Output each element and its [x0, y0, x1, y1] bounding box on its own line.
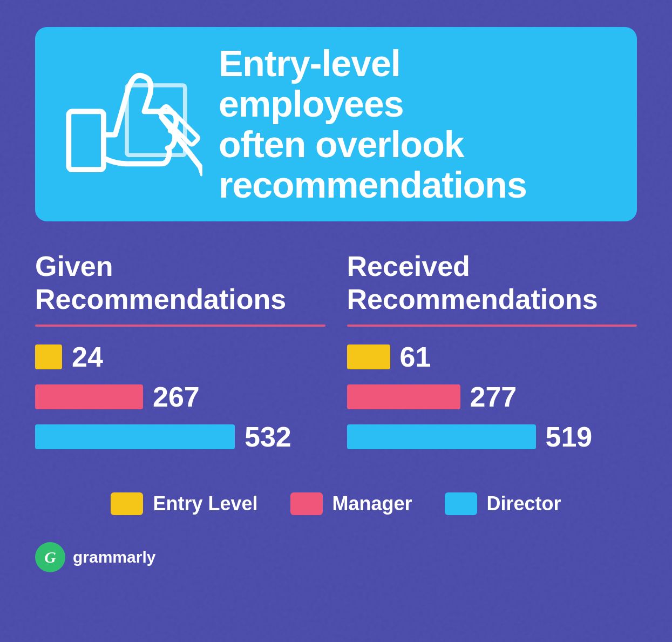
- received-entry-level-value: 61: [400, 343, 431, 371]
- received-manager-value: 277: [470, 383, 517, 411]
- legend-director-swatch: [445, 492, 477, 515]
- legend-manager-label: Manager: [332, 492, 412, 515]
- received-director-bar: [347, 424, 536, 449]
- hero-title-line4: recommendations: [219, 164, 527, 205]
- hero-title-line3: often overlook: [219, 124, 464, 165]
- svg-rect-0: [69, 111, 104, 170]
- legend-entry-level-swatch: [111, 492, 143, 515]
- received-subtitle: Recommendations: [347, 284, 637, 315]
- received-manager-bar: [347, 384, 460, 409]
- given-entry-level-value: 24: [72, 343, 103, 371]
- given-column: Given Recommendations 24 267 532: [35, 251, 325, 463]
- received-entry-level-row: 61: [347, 343, 637, 371]
- legend-director-label: Director: [487, 492, 561, 515]
- given-director-row: 532: [35, 423, 325, 451]
- grammarly-branding: G grammarly: [35, 542, 637, 572]
- received-divider: [347, 325, 637, 327]
- legend-director: Director: [445, 492, 561, 515]
- received-director-row: 519: [347, 423, 637, 451]
- received-entry-level-bar: [347, 344, 390, 369]
- received-manager-row: 277: [347, 383, 637, 411]
- received-director-value: 519: [546, 423, 593, 451]
- given-entry-level-row: 24: [35, 343, 325, 371]
- given-manager-bar: [35, 384, 143, 409]
- legend: Entry Level Manager Director: [0, 492, 672, 515]
- hero-text: Entry-level employees often overlook rec…: [219, 43, 527, 205]
- received-title: Received: [347, 251, 637, 282]
- given-divider: [35, 325, 325, 327]
- legend-entry-level-label: Entry Level: [153, 492, 257, 515]
- given-title: Given: [35, 251, 325, 282]
- given-entry-level-bar: [35, 344, 62, 369]
- given-director-bar: [35, 424, 235, 449]
- data-content: Given Recommendations 24 267 532 Receive…: [35, 251, 637, 463]
- grammarly-logo-text: grammarly: [73, 548, 155, 566]
- given-manager-value: 267: [153, 383, 200, 411]
- legend-entry-level: Entry Level: [111, 492, 257, 515]
- legend-manager: Manager: [290, 492, 412, 515]
- given-manager-row: 267: [35, 383, 325, 411]
- legend-manager-swatch: [290, 492, 323, 515]
- given-director-value: 532: [245, 423, 291, 451]
- grammarly-logo-icon: G: [35, 542, 65, 572]
- hero-banner: Entry-level employees often overlook rec…: [35, 27, 637, 221]
- thumbs-up-icon: [51, 48, 202, 201]
- received-column: Received Recommendations 61 277 519: [347, 251, 637, 463]
- hero-title-line2: employees: [219, 83, 404, 124]
- given-subtitle: Recommendations: [35, 284, 325, 315]
- hero-title-line1: Entry-level: [219, 43, 401, 84]
